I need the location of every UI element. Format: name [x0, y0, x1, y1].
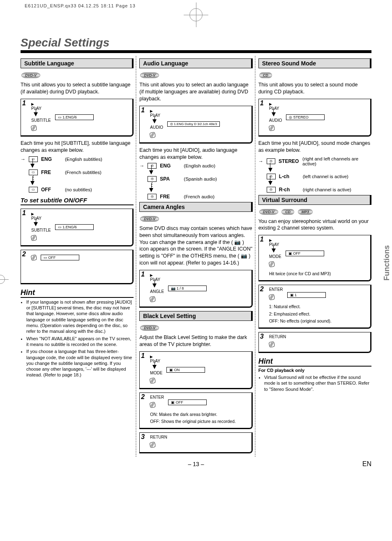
arrow-icon: → [21, 156, 25, 162]
play-icon [150, 108, 153, 113]
remote-icon: ⎚ [30, 122, 37, 134]
hint2-sub: For CD playback only [258, 367, 371, 373]
black-step1: 1 PLAY MODE ⎚ ▣ ON [139, 351, 252, 389]
virtual-note-1: 1: Natural effect. [269, 304, 368, 309]
play-icon [150, 354, 153, 359]
remote-icon: ⎚ [149, 439, 156, 450]
osd-audio1: ◎ 1.ENG Dolby D 3/2.1ch 48k/3 [167, 121, 220, 127]
lang-icon: ◎ [267, 158, 275, 164]
arrow-down-icon [149, 170, 153, 174]
stereo-row-stereo: →◎STEREO(right and left channels are act… [258, 156, 371, 166]
audio-cycle-intro: Each time you hit [AUDIO], audio languag… [139, 147, 252, 161]
osd-stereo: ◎ STEREO [286, 114, 325, 120]
lang-icon: ◎ [148, 194, 157, 200]
remote-icon: ⎚ [30, 232, 37, 244]
hint1-head: Hint [21, 288, 134, 298]
stereo-intro: This unit allows you to select a sound m… [258, 81, 371, 95]
section-audio-language: Audio Language [139, 58, 252, 68]
ellipsis-icon: ⋮ [30, 176, 134, 179]
subtitle-btn-label: SUBTITLE [31, 118, 51, 123]
osd-angle: 📷 1 / 8 [168, 286, 207, 291]
cycle-row-fre: ▭FRE(French subtitles) [21, 169, 134, 175]
camera-intro: Some DVD discs may contain scenes which … [139, 225, 252, 267]
remote-icon: ⎚ [30, 252, 37, 263]
lang-code: EN [362, 460, 371, 468]
hint1-item3: If you choose a language that has three-… [26, 348, 134, 378]
play-icon [269, 237, 272, 242]
section-subtitle-language: Subtitle Language [21, 58, 134, 68]
stereo-cycle-intro: Each time you hit [AUDIO], sound mode ch… [258, 140, 371, 154]
play-icon [269, 101, 272, 106]
camera-step1: 1 PLAY ANGLE ⎚ 📷 1 / 8 [139, 270, 252, 308]
arrow-down-icon [268, 168, 272, 172]
lang-icon: ◎ [267, 187, 276, 193]
black-intro: Adjust the Black Level Setting to make t… [139, 334, 252, 348]
audio-intro: This unit allows you to select an audio … [139, 81, 252, 102]
virtual-note-off: OFF: No effects (original sound). [269, 318, 368, 324]
audio-row-fre: ◎FRE(French audio) [139, 194, 252, 200]
stereo-step1: 1 PLAY AUDIO ⎚ ◎ STEREO [258, 99, 371, 137]
play-icon [31, 101, 34, 106]
osd-subtitle2: ▭ 1.ENG/6 [55, 224, 94, 230]
osd-virtual-1: ▣ 1 [287, 292, 326, 298]
remote-icon: ⎚ [268, 258, 275, 270]
badge-cd: CD [259, 72, 272, 78]
remote-icon: ⎚ [268, 291, 275, 303]
hint2-head: Hint [258, 357, 371, 367]
virtual-step2: 2 ENTER ⎚ ▣ 1 1: Natural effect. 2: Emph… [258, 285, 371, 328]
remote-icon: ⎚ [149, 375, 156, 386]
arrow-down-icon [152, 365, 157, 369]
subtitle-cycle-intro: Each time you hit [SUBTITLE], subtitle l… [21, 140, 134, 154]
page-number: – 13 – [188, 461, 204, 467]
lang-icon: ◎ [267, 174, 276, 179]
cycle-row-eng: →▭ENG(English subtitles) [21, 156, 134, 162]
arrow-down-icon [272, 112, 276, 116]
section-stereo-mode: Stereo Sound Mode [258, 58, 371, 68]
audio-row-spa: ◎SPA(Spanish audio) [139, 176, 252, 182]
badge-dvdv: DVD-V [140, 72, 159, 78]
remote-icon: ⎚ [149, 399, 156, 411]
play-label: PLAY [31, 106, 42, 111]
lang-icon: ▭ [29, 156, 38, 162]
virtual-twice-note: Hit twice (once for CD and MP3) [269, 271, 368, 276]
osd-black-off: ▣ OFF [168, 399, 207, 405]
audio-row-eng: →◎ENG(English audio) [139, 163, 252, 169]
black-step3: 3 RETURN ⎚ [139, 432, 252, 453]
osd-subtitle1: ▭ 1.ENG/6 [55, 114, 94, 120]
remote-icon: ⎚ [268, 122, 275, 134]
stereo-row-rch: ◎R-ch(right channel is active) [258, 187, 371, 193]
subtitle-onoff-step2: 2 ⎚ ▭ OFF [21, 250, 134, 284]
lang-icon: ◎ [148, 163, 157, 169]
arrow-down-icon [30, 164, 35, 168]
osd-virtual-off: ▣ OFF [286, 251, 324, 256]
remote-icon: ⎚ [149, 293, 156, 305]
black-note-off: OFF: Shows the original picture as recor… [150, 419, 249, 424]
crop-mark-left [0, 275, 5, 284]
arrow-down-icon [149, 188, 153, 192]
side-tab-functions: Functions [382, 242, 392, 284]
subtitle-onoff-head: To set subtitle ON/OFF [21, 197, 134, 205]
arrow-down-icon [34, 112, 38, 116]
virtual-step1: 1 PLAY MODE ⎚ ▣ OFF Hit twice (once for … [258, 235, 371, 281]
hint1-item1: If your language is not shown after pres… [26, 299, 134, 334]
badge-dvdv: DVD-V [259, 209, 278, 215]
section-black-level: Black Level Setting [139, 311, 252, 321]
arrow-icon: → [258, 158, 263, 164]
play-icon [150, 272, 153, 277]
remote-icon: ⎚ [268, 339, 275, 350]
cycle-row-off: ▭OFF(no subtitles) [21, 187, 134, 193]
section-virtual-surround: Virtual Surround [258, 195, 371, 205]
page-title: Special Settings [21, 36, 371, 52]
virtual-intro: You can enjoy stereophonic virtual world… [258, 218, 371, 232]
subtitle-onoff-step1: 1 PLAY SUBTITLE ⎚ ▭ 1.ENG/6 [21, 209, 134, 246]
hint1-item2: When "NOT AVAILABLE" appears on the TV s… [26, 336, 134, 348]
badge-mp3: MP3 [298, 209, 313, 215]
hint2-item: Virtual Surround will not be effective i… [264, 374, 371, 392]
arrow-down-icon [152, 283, 157, 288]
section-camera-angles: Camera Angles [139, 202, 252, 212]
badge-dvdv: DVD-V [140, 325, 159, 331]
arrow-down-icon [272, 248, 276, 253]
osd-black-on: ▣ ON [166, 367, 205, 373]
arrow-icon: → [139, 163, 144, 169]
osd-subtitle-off: ▭ OFF [41, 255, 79, 260]
